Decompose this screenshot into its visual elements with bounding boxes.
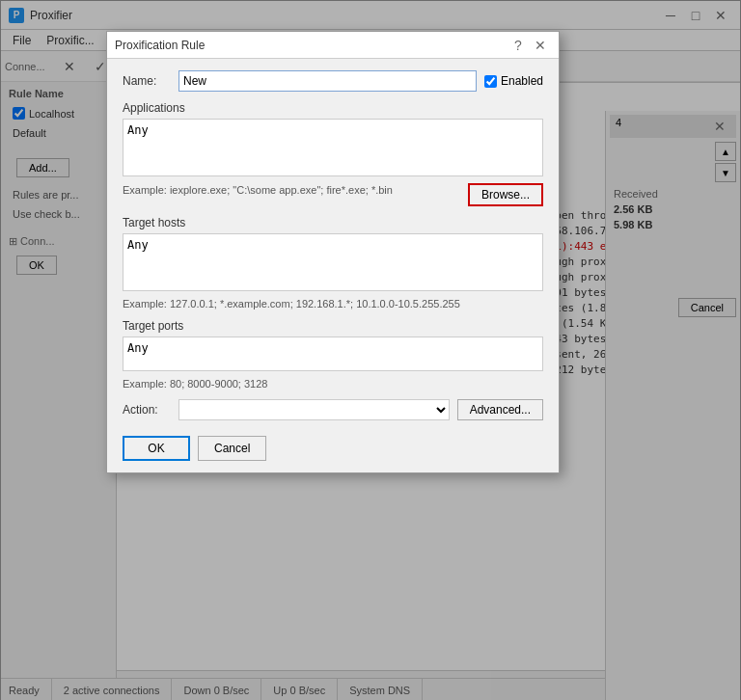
name-row: Name: Enabled — [123, 70, 543, 92]
enabled-text: Enabled — [501, 74, 543, 88]
applications-textarea[interactable]: Any — [123, 119, 543, 176]
dialog-overlay: Proxification Rule ? ✕ Name: Enabled App… — [0, 0, 741, 700]
example-apps-text: Example: iexplore.exe; "C:\some app.exe"… — [123, 184, 393, 196]
enabled-label[interactable]: Enabled — [484, 74, 543, 88]
name-input[interactable] — [178, 70, 477, 92]
example-ports-text: Example: 80; 8000-9000; 3128 — [123, 378, 543, 390]
example-hosts-text: Example: 127.0.0.1; *.example.com; 192.1… — [123, 298, 543, 310]
proxification-rule-dialog: Proxification Rule ? ✕ Name: Enabled App… — [106, 31, 560, 473]
dialog-close-button[interactable]: ✕ — [530, 36, 551, 55]
action-row: Action: Advanced... — [123, 399, 543, 420]
dialog-title-bar: Proxification Rule ? ✕ — [107, 32, 559, 59]
applications-section: Applications Any Example: iexplore.exe; … — [123, 101, 543, 206]
dialog-title-controls: ? ✕ — [508, 36, 551, 55]
dialog-help-button[interactable]: ? — [508, 36, 529, 55]
name-label: Name: — [123, 74, 171, 88]
target-hosts-textarea[interactable]: Any — [123, 233, 543, 291]
target-ports-label: Target ports — [123, 319, 543, 333]
target-ports-section: Target ports Any Example: 80; 8000-9000;… — [123, 319, 543, 390]
dialog-buttons: OK Cancel — [123, 432, 543, 461]
target-ports-textarea[interactable]: Any — [123, 337, 543, 371]
dialog-body: Name: Enabled Applications Any Example: … — [107, 59, 559, 472]
target-hosts-label: Target hosts — [123, 216, 543, 229]
action-select[interactable] — [178, 399, 450, 420]
advanced-button[interactable]: Advanced... — [457, 399, 543, 420]
action-label: Action: — [123, 403, 171, 417]
target-hosts-section: Target hosts Any Example: 127.0.0.1; *.e… — [123, 216, 543, 310]
browse-button[interactable]: Browse... — [468, 183, 543, 206]
dialog-ok-button[interactable]: OK — [123, 436, 190, 461]
dialog-title-text: Proxification Rule — [115, 39, 508, 52]
dialog-cancel-button[interactable]: Cancel — [198, 436, 266, 461]
enabled-checkbox[interactable] — [484, 75, 497, 88]
applications-label: Applications — [123, 101, 543, 115]
